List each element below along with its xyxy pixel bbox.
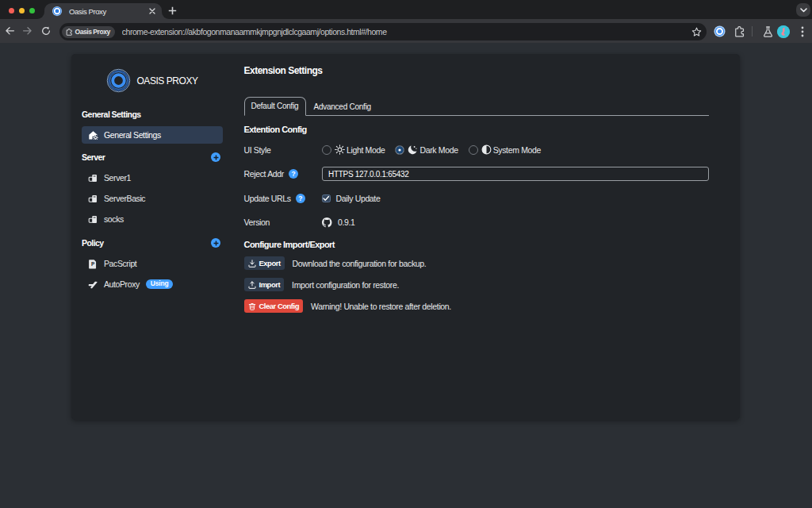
radio-system-mode[interactable]: System Mode bbox=[469, 144, 541, 155]
row-control: Light Mode Dark Mode bbox=[322, 144, 709, 155]
tab-advanced-config[interactable]: Advanced Config bbox=[306, 102, 374, 115]
menu-kebab-icon[interactable] bbox=[796, 25, 808, 37]
button-label: Export bbox=[259, 259, 281, 267]
trash-icon bbox=[248, 302, 256, 310]
labs-flask-icon[interactable] bbox=[762, 25, 774, 37]
extension-chip-label: Oasis Proxy bbox=[75, 28, 110, 36]
sidebar-item-pacscript[interactable]: P PacScript bbox=[82, 255, 223, 272]
label-text: Reject Addr bbox=[244, 169, 284, 179]
server-icon bbox=[87, 214, 98, 225]
traffic-light-close[interactable] bbox=[9, 8, 14, 13]
extension-chip[interactable]: Oasis Proxy bbox=[62, 26, 115, 38]
home-gear-icon bbox=[87, 129, 98, 140]
bookmark-star-icon[interactable] bbox=[691, 26, 702, 37]
forward-button[interactable] bbox=[22, 26, 32, 36]
radio-light-mode[interactable]: Light Mode bbox=[322, 144, 385, 155]
version-label: Version bbox=[244, 217, 323, 227]
row-control: 0.9.1 bbox=[322, 217, 709, 228]
reject-addr-label: Reject Addr ? bbox=[244, 169, 323, 179]
clear-config-row: Clear Config Warning! Unable to restore … bbox=[244, 295, 710, 317]
half-circle-icon bbox=[481, 144, 492, 155]
settings-card: OASIS PROXY General Settings bbox=[71, 54, 740, 420]
add-policy-button[interactable] bbox=[211, 238, 220, 248]
extension-options-page: OASIS PROXY General Settings bbox=[0, 43, 812, 508]
label-text: UI Style bbox=[244, 145, 271, 155]
tab-strip: Oasis Proxy bbox=[0, 0, 812, 19]
address-bar[interactable]: Oasis Proxy chrome-extension://akbfogonm… bbox=[59, 23, 707, 40]
sidebar-item-label: ServerBasic bbox=[104, 194, 145, 203]
radio-circle[interactable] bbox=[322, 145, 331, 155]
help-icon[interactable]: ? bbox=[296, 194, 305, 203]
extension-chip-icon bbox=[66, 29, 73, 36]
tab-search-button[interactable] bbox=[796, 3, 810, 17]
reject-addr-input[interactable] bbox=[322, 167, 709, 181]
browser-window: Oasis Proxy Oasis Proxy bbox=[0, 0, 812, 508]
option-label: System Mode bbox=[493, 145, 541, 155]
sidebar-section-policy: Policy bbox=[82, 236, 223, 250]
row-control: Daily Update bbox=[322, 194, 709, 203]
sidebar-item-label: socks bbox=[104, 214, 124, 224]
option-label: Light Mode bbox=[347, 145, 385, 155]
config-tabs: Default Config Advanced Config bbox=[244, 97, 710, 116]
section-title: Server bbox=[82, 152, 105, 162]
sidebar-item-autoproxy[interactable]: AutoProxy Using bbox=[82, 275, 223, 293]
toolbar-separator bbox=[752, 26, 753, 37]
traffic-light-minimize[interactable] bbox=[19, 8, 25, 13]
traffic-light-zoom[interactable] bbox=[29, 8, 35, 13]
sidebar-item-serverbasic[interactable]: ServerBasic bbox=[82, 190, 223, 207]
update-urls-row: Update URLs ? Daily Update bbox=[244, 187, 710, 211]
page-title: Extension Settings bbox=[244, 65, 710, 79]
url-text[interactable]: chrome-extension://akbfogonmanaammkjmpgn… bbox=[122, 27, 691, 37]
import-row: Import Import configuration for restore. bbox=[244, 274, 710, 295]
ui-style-label: UI Style bbox=[244, 145, 323, 155]
github-icon[interactable] bbox=[322, 217, 332, 228]
back-button[interactable] bbox=[5, 26, 14, 36]
row-control bbox=[322, 167, 709, 181]
daily-update-checkbox[interactable] bbox=[322, 194, 331, 203]
import-description: Import configuration for restore. bbox=[292, 280, 399, 290]
version-row: Version 0.9.1 bbox=[244, 210, 710, 235]
tab-close-icon[interactable] bbox=[147, 6, 158, 17]
import-button[interactable]: Import bbox=[244, 278, 285, 291]
sidebar-item-general-settings[interactable]: General Settings bbox=[82, 126, 223, 144]
help-icon[interactable]: ? bbox=[289, 169, 298, 179]
browser-tab[interactable]: Oasis Proxy bbox=[44, 3, 162, 19]
sidebar-section-server: Server bbox=[82, 150, 223, 164]
update-urls-label: Update URLs ? bbox=[244, 194, 323, 203]
clear-config-description: Warning! Unable to restore after deletio… bbox=[311, 302, 451, 311]
logo-text: OASIS PROXY bbox=[136, 75, 197, 87]
server-icon bbox=[87, 193, 98, 204]
reload-button[interactable] bbox=[41, 26, 51, 36]
sidebar-item-server1[interactable]: Server1 bbox=[82, 169, 223, 187]
label-text: Version bbox=[244, 217, 270, 227]
extensions-puzzle-icon[interactable] bbox=[733, 25, 745, 37]
sidebar-item-socks[interactable]: socks bbox=[82, 210, 223, 228]
tab-default-config[interactable]: Default Config bbox=[244, 97, 306, 116]
oasis-extension-icon[interactable] bbox=[714, 25, 726, 37]
server-icon bbox=[87, 172, 98, 183]
radio-dark-mode[interactable]: Dark Mode bbox=[395, 144, 458, 155]
export-button[interactable]: Export bbox=[244, 256, 285, 270]
tab-label: Default Config bbox=[251, 102, 299, 110]
checkbox-label: Daily Update bbox=[336, 194, 381, 203]
sidebar-item-label: Server1 bbox=[104, 173, 131, 183]
option-label: Dark Mode bbox=[419, 145, 458, 155]
export-description: Download the configuration for backup. bbox=[293, 259, 427, 268]
new-tab-button[interactable] bbox=[167, 6, 178, 16]
radio-circle-checked[interactable] bbox=[395, 145, 404, 155]
profile-avatar[interactable] bbox=[777, 25, 790, 38]
autoproxy-icon bbox=[87, 279, 98, 290]
add-server-button[interactable] bbox=[211, 152, 220, 162]
main-content: Extension Settings Default Config Advanc… bbox=[244, 54, 710, 317]
clear-config-button[interactable]: Clear Config bbox=[244, 299, 303, 313]
radio-circle[interactable] bbox=[469, 145, 478, 155]
section-title: Policy bbox=[82, 238, 104, 248]
section-title: General Settings bbox=[82, 110, 141, 119]
button-label: Clear Config bbox=[259, 302, 299, 310]
logo-icon bbox=[106, 68, 131, 93]
tab-label: Advanced Config bbox=[314, 102, 371, 111]
logo: OASIS PROXY bbox=[82, 68, 223, 93]
ui-style-row: UI Style Light Mode bbox=[244, 138, 710, 163]
sidebar: OASIS PROXY General Settings bbox=[82, 54, 223, 293]
sidebar-item-label: General Settings bbox=[104, 130, 161, 140]
